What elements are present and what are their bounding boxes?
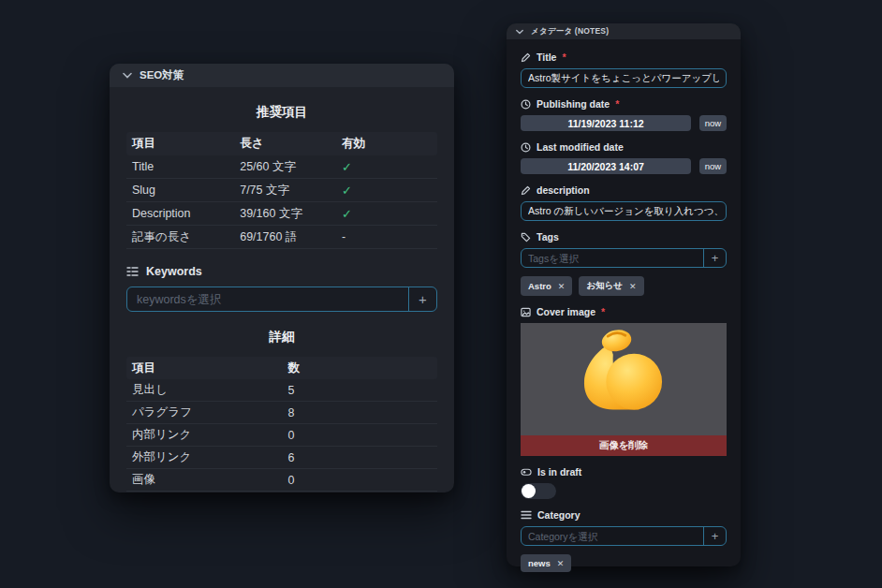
check-icon: ✓ <box>342 207 432 221</box>
keywords-combobox: + <box>126 287 437 312</box>
category-label: Category <box>521 509 727 521</box>
chevron-down-icon <box>516 29 523 35</box>
details-table: 項目 数 見出し 5 パラグラフ 8 内部リンク 0 外部リンク 6 <box>126 357 437 492</box>
check-icon: ✓ <box>342 184 432 198</box>
table-row: Slug 7/75 文字 ✓ <box>126 179 437 202</box>
plus-icon: + <box>712 529 719 543</box>
publishing-date-value[interactable]: 11/19/2023 11:12 <box>521 115 691 131</box>
cover-image-field: 画像を削除 <box>521 323 727 456</box>
clock-icon <box>521 142 531 153</box>
flexed-biceps-image <box>571 325 676 434</box>
chevron-down-icon <box>123 72 132 79</box>
keywords-add-button[interactable]: + <box>408 287 436 311</box>
category-add-button[interactable]: + <box>703 527 726 545</box>
last-modified-date-now-button[interactable]: now <box>699 158 727 174</box>
keywords-label: Keywords <box>126 265 437 278</box>
details-table-header: 項目 数 <box>126 357 437 379</box>
last-modified-date-value[interactable]: 11/20/2023 14:07 <box>521 158 691 174</box>
seo-panel-title: SEO対策 <box>140 68 184 82</box>
cover-image-label: Cover image * <box>521 306 727 317</box>
is-in-draft-label: Is in draft <box>521 466 727 478</box>
table-row: 見出し 5 <box>126 379 437 402</box>
col-item: 項目 <box>132 136 240 152</box>
table-row: 外部リンク 6 <box>126 447 437 469</box>
metadata-panel-title: メタデータ (NOTES) <box>531 26 609 37</box>
tag-icon <box>521 232 531 243</box>
table-row: 内部リンク 0 <box>126 424 437 447</box>
category-chip: news ✕ <box>521 554 571 572</box>
category-combobox: + <box>521 526 727 546</box>
recommended-title: 推奨項目 <box>126 104 437 121</box>
col-valid: 有効 <box>342 136 432 152</box>
table-row: パラグラフ 8 <box>126 402 437 424</box>
cover-image-preview <box>521 323 727 435</box>
tags-input[interactable] <box>522 249 703 267</box>
recommended-table: 項目 長さ 有効 Title 25/60 文字 ✓ Slug 7/75 文字 ✓… <box>126 132 437 249</box>
list-select-icon <box>126 266 139 277</box>
metadata-panel-header[interactable]: メタデータ (NOTES) <box>507 23 741 39</box>
remove-chip-icon[interactable]: ✕ <box>629 282 637 291</box>
page-background: SEO対策 推奨項目 項目 長さ 有効 Title 25/60 文字 ✓ Slu… <box>0 0 882 588</box>
pencil-icon <box>521 52 531 63</box>
table-row: Title 25/60 文字 ✓ <box>126 155 437 179</box>
required-asterisk: * <box>562 51 566 63</box>
recommended-table-header: 項目 長さ 有効 <box>126 132 437 155</box>
seo-panel: SEO対策 推奨項目 項目 長さ 有効 Title 25/60 文字 ✓ Slu… <box>110 64 454 492</box>
list-icon <box>521 510 532 520</box>
plus-icon: + <box>712 251 719 265</box>
keywords-input[interactable] <box>127 287 408 311</box>
table-row: 画像 0 <box>126 469 437 492</box>
description-input[interactable] <box>522 202 726 220</box>
delete-image-button[interactable]: 画像を削除 <box>521 435 727 456</box>
toggle-icon <box>521 467 532 477</box>
required-asterisk: * <box>615 98 619 110</box>
tags-chip-list: Astro ✕ お知らせ ✕ <box>521 276 727 296</box>
title-input[interactable] <box>522 69 726 87</box>
is-in-draft-toggle[interactable] <box>521 483 556 499</box>
publishing-date-label: Publishing date * <box>521 98 727 110</box>
tag-chip: お知らせ ✕ <box>579 276 643 296</box>
clock-icon <box>521 99 531 110</box>
required-asterisk: * <box>601 306 605 317</box>
description-label: description <box>521 184 727 196</box>
dash-mark: - <box>342 230 432 243</box>
check-icon: ✓ <box>342 160 432 174</box>
category-chip-list: news ✕ <box>521 554 727 572</box>
table-row: Description 39/160 文字 ✓ <box>126 202 437 226</box>
description-field-shell <box>521 201 727 221</box>
table-row: 記事の長さ 69/1760 語 - <box>126 226 437 249</box>
publishing-date-now-button[interactable]: now <box>699 115 727 131</box>
seo-panel-header[interactable]: SEO対策 <box>110 64 454 87</box>
tags-add-button[interactable]: + <box>703 249 726 267</box>
tags-combobox: + <box>521 248 727 268</box>
plus-icon: + <box>419 291 427 307</box>
tags-label: Tags <box>521 231 727 243</box>
title-field-shell <box>521 68 727 88</box>
tag-chip: Astro ✕ <box>521 276 572 296</box>
toggle-knob <box>522 484 536 498</box>
col-length: 長さ <box>240 136 342 152</box>
remove-chip-icon[interactable]: ✕ <box>558 282 566 291</box>
pencil-icon <box>521 185 531 196</box>
image-icon <box>521 307 531 317</box>
details-title: 詳細 <box>126 329 437 345</box>
title-label: Title * <box>521 51 727 63</box>
category-input[interactable] <box>522 527 703 545</box>
last-modified-date-label: Last modified date <box>521 141 727 153</box>
metadata-panel: メタデータ (NOTES) Title * <box>507 23 741 566</box>
remove-chip-icon[interactable]: ✕ <box>557 559 565 568</box>
